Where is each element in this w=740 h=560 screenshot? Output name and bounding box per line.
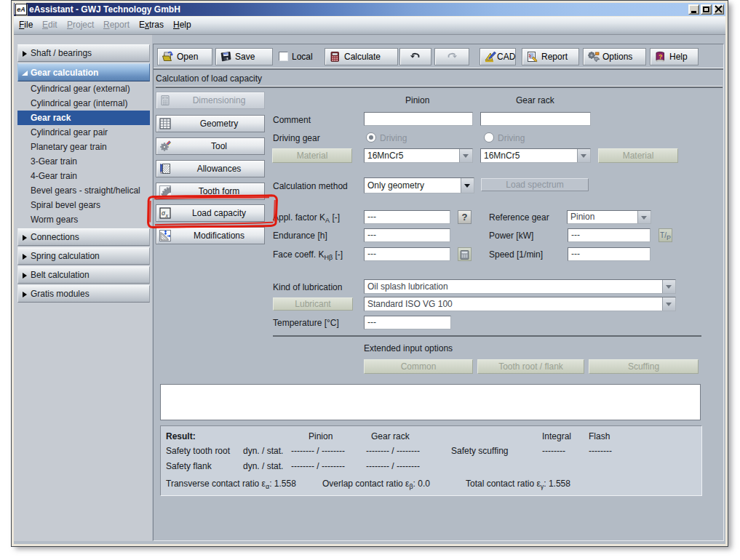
svg-text:?: ? <box>659 53 663 60</box>
